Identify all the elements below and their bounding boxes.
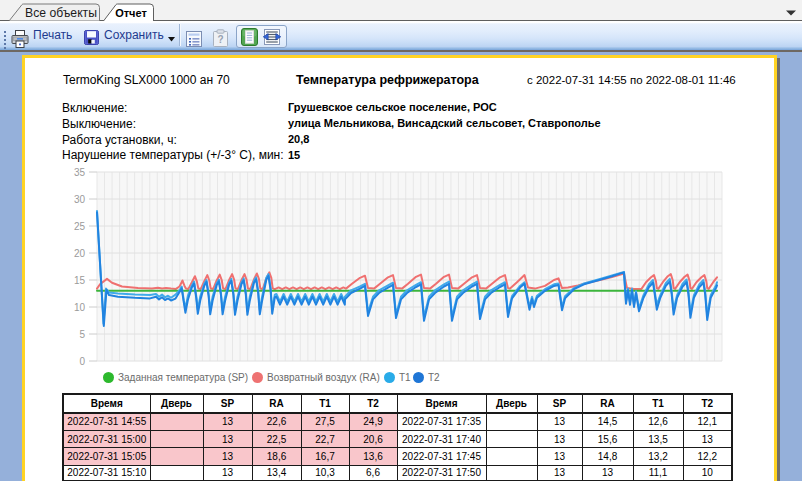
svg-text:15: 15 bbox=[74, 275, 86, 286]
svg-text:35: 35 bbox=[74, 167, 86, 178]
svg-text:10: 10 bbox=[74, 302, 86, 313]
svg-text:5: 5 bbox=[79, 329, 85, 340]
svg-text:25: 25 bbox=[74, 221, 86, 232]
svg-text:0: 0 bbox=[79, 356, 85, 367]
svg-text:30: 30 bbox=[74, 194, 86, 205]
svg-text:20: 20 bbox=[74, 248, 86, 259]
